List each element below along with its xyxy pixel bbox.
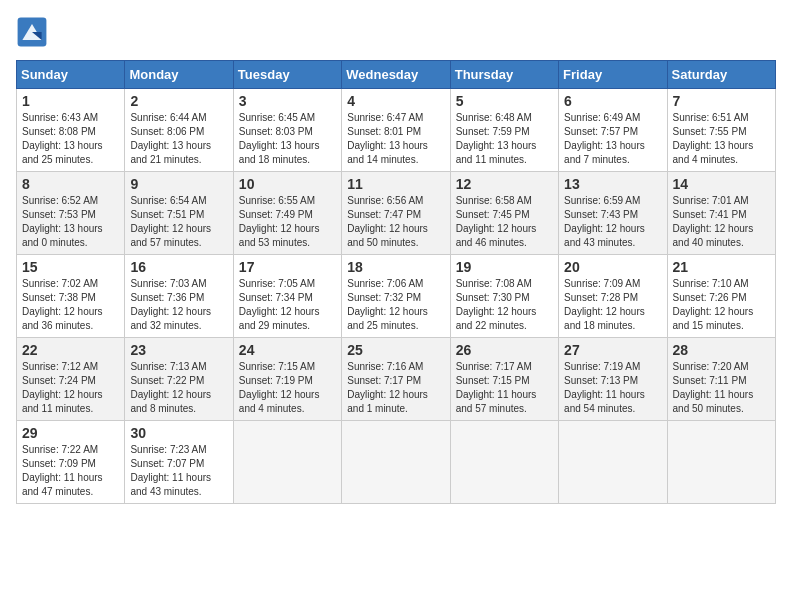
calendar-cell: 29Sunrise: 7:22 AM Sunset: 7:09 PM Dayli…: [17, 421, 125, 504]
day-number: 4: [347, 93, 444, 109]
calendar-cell: 7Sunrise: 6:51 AM Sunset: 7:55 PM Daylig…: [667, 89, 775, 172]
day-info: Sunrise: 7:19 AM Sunset: 7:13 PM Dayligh…: [564, 360, 661, 416]
weekday-header-friday: Friday: [559, 61, 667, 89]
calendar-cell: 6Sunrise: 6:49 AM Sunset: 7:57 PM Daylig…: [559, 89, 667, 172]
weekday-header-wednesday: Wednesday: [342, 61, 450, 89]
day-info: Sunrise: 6:51 AM Sunset: 7:55 PM Dayligh…: [673, 111, 770, 167]
day-number: 25: [347, 342, 444, 358]
calendar-cell: 16Sunrise: 7:03 AM Sunset: 7:36 PM Dayli…: [125, 255, 233, 338]
day-number: 7: [673, 93, 770, 109]
calendar-cell: 1Sunrise: 6:43 AM Sunset: 8:08 PM Daylig…: [17, 89, 125, 172]
calendar-cell: 18Sunrise: 7:06 AM Sunset: 7:32 PM Dayli…: [342, 255, 450, 338]
day-number: 29: [22, 425, 119, 441]
calendar-table: SundayMondayTuesdayWednesdayThursdayFrid…: [16, 60, 776, 504]
day-number: 8: [22, 176, 119, 192]
calendar-cell: 9Sunrise: 6:54 AM Sunset: 7:51 PM Daylig…: [125, 172, 233, 255]
day-info: Sunrise: 7:02 AM Sunset: 7:38 PM Dayligh…: [22, 277, 119, 333]
logo-icon: [16, 16, 48, 48]
day-info: Sunrise: 6:58 AM Sunset: 7:45 PM Dayligh…: [456, 194, 553, 250]
calendar-cell: [667, 421, 775, 504]
day-number: 9: [130, 176, 227, 192]
day-number: 19: [456, 259, 553, 275]
day-number: 3: [239, 93, 336, 109]
day-info: Sunrise: 7:09 AM Sunset: 7:28 PM Dayligh…: [564, 277, 661, 333]
day-number: 23: [130, 342, 227, 358]
day-info: Sunrise: 6:54 AM Sunset: 7:51 PM Dayligh…: [130, 194, 227, 250]
weekday-header-sunday: Sunday: [17, 61, 125, 89]
day-info: Sunrise: 7:16 AM Sunset: 7:17 PM Dayligh…: [347, 360, 444, 416]
page-header: [16, 16, 776, 48]
day-number: 5: [456, 93, 553, 109]
day-info: Sunrise: 7:08 AM Sunset: 7:30 PM Dayligh…: [456, 277, 553, 333]
calendar-cell: [450, 421, 558, 504]
calendar-week-row: 22Sunrise: 7:12 AM Sunset: 7:24 PM Dayli…: [17, 338, 776, 421]
day-number: 6: [564, 93, 661, 109]
day-info: Sunrise: 6:49 AM Sunset: 7:57 PM Dayligh…: [564, 111, 661, 167]
day-number: 16: [130, 259, 227, 275]
day-number: 2: [130, 93, 227, 109]
calendar-cell: 13Sunrise: 6:59 AM Sunset: 7:43 PM Dayli…: [559, 172, 667, 255]
day-number: 26: [456, 342, 553, 358]
calendar-cell: 5Sunrise: 6:48 AM Sunset: 7:59 PM Daylig…: [450, 89, 558, 172]
day-info: Sunrise: 6:55 AM Sunset: 7:49 PM Dayligh…: [239, 194, 336, 250]
day-number: 11: [347, 176, 444, 192]
day-info: Sunrise: 7:20 AM Sunset: 7:11 PM Dayligh…: [673, 360, 770, 416]
day-info: Sunrise: 7:17 AM Sunset: 7:15 PM Dayligh…: [456, 360, 553, 416]
day-number: 12: [456, 176, 553, 192]
weekday-header-thursday: Thursday: [450, 61, 558, 89]
calendar-cell: 10Sunrise: 6:55 AM Sunset: 7:49 PM Dayli…: [233, 172, 341, 255]
day-info: Sunrise: 6:47 AM Sunset: 8:01 PM Dayligh…: [347, 111, 444, 167]
calendar-cell: [559, 421, 667, 504]
day-number: 21: [673, 259, 770, 275]
day-number: 20: [564, 259, 661, 275]
calendar-cell: [342, 421, 450, 504]
day-number: 14: [673, 176, 770, 192]
calendar-cell: 11Sunrise: 6:56 AM Sunset: 7:47 PM Dayli…: [342, 172, 450, 255]
day-number: 1: [22, 93, 119, 109]
day-info: Sunrise: 6:43 AM Sunset: 8:08 PM Dayligh…: [22, 111, 119, 167]
day-number: 15: [22, 259, 119, 275]
day-info: Sunrise: 7:10 AM Sunset: 7:26 PM Dayligh…: [673, 277, 770, 333]
calendar-cell: 24Sunrise: 7:15 AM Sunset: 7:19 PM Dayli…: [233, 338, 341, 421]
calendar-cell: 22Sunrise: 7:12 AM Sunset: 7:24 PM Dayli…: [17, 338, 125, 421]
calendar-cell: 15Sunrise: 7:02 AM Sunset: 7:38 PM Dayli…: [17, 255, 125, 338]
day-info: Sunrise: 6:52 AM Sunset: 7:53 PM Dayligh…: [22, 194, 119, 250]
day-info: Sunrise: 6:44 AM Sunset: 8:06 PM Dayligh…: [130, 111, 227, 167]
day-info: Sunrise: 7:22 AM Sunset: 7:09 PM Dayligh…: [22, 443, 119, 499]
calendar-cell: 12Sunrise: 6:58 AM Sunset: 7:45 PM Dayli…: [450, 172, 558, 255]
calendar-week-row: 15Sunrise: 7:02 AM Sunset: 7:38 PM Dayli…: [17, 255, 776, 338]
weekday-header-saturday: Saturday: [667, 61, 775, 89]
day-number: 27: [564, 342, 661, 358]
day-info: Sunrise: 7:12 AM Sunset: 7:24 PM Dayligh…: [22, 360, 119, 416]
calendar-cell: 17Sunrise: 7:05 AM Sunset: 7:34 PM Dayli…: [233, 255, 341, 338]
day-number: 30: [130, 425, 227, 441]
day-info: Sunrise: 7:03 AM Sunset: 7:36 PM Dayligh…: [130, 277, 227, 333]
calendar-cell: 8Sunrise: 6:52 AM Sunset: 7:53 PM Daylig…: [17, 172, 125, 255]
day-number: 24: [239, 342, 336, 358]
calendar-cell: 25Sunrise: 7:16 AM Sunset: 7:17 PM Dayli…: [342, 338, 450, 421]
weekday-header-row: SundayMondayTuesdayWednesdayThursdayFrid…: [17, 61, 776, 89]
day-info: Sunrise: 6:48 AM Sunset: 7:59 PM Dayligh…: [456, 111, 553, 167]
weekday-header-monday: Monday: [125, 61, 233, 89]
day-info: Sunrise: 6:45 AM Sunset: 8:03 PM Dayligh…: [239, 111, 336, 167]
day-info: Sunrise: 7:23 AM Sunset: 7:07 PM Dayligh…: [130, 443, 227, 499]
calendar-cell: 21Sunrise: 7:10 AM Sunset: 7:26 PM Dayli…: [667, 255, 775, 338]
calendar-cell: 23Sunrise: 7:13 AM Sunset: 7:22 PM Dayli…: [125, 338, 233, 421]
calendar-cell: 28Sunrise: 7:20 AM Sunset: 7:11 PM Dayli…: [667, 338, 775, 421]
day-number: 13: [564, 176, 661, 192]
day-info: Sunrise: 7:05 AM Sunset: 7:34 PM Dayligh…: [239, 277, 336, 333]
calendar-cell: 14Sunrise: 7:01 AM Sunset: 7:41 PM Dayli…: [667, 172, 775, 255]
calendar-week-row: 1Sunrise: 6:43 AM Sunset: 8:08 PM Daylig…: [17, 89, 776, 172]
weekday-header-tuesday: Tuesday: [233, 61, 341, 89]
calendar-cell: 20Sunrise: 7:09 AM Sunset: 7:28 PM Dayli…: [559, 255, 667, 338]
day-number: 22: [22, 342, 119, 358]
day-info: Sunrise: 7:06 AM Sunset: 7:32 PM Dayligh…: [347, 277, 444, 333]
day-info: Sunrise: 7:15 AM Sunset: 7:19 PM Dayligh…: [239, 360, 336, 416]
calendar-cell: 27Sunrise: 7:19 AM Sunset: 7:13 PM Dayli…: [559, 338, 667, 421]
day-info: Sunrise: 6:59 AM Sunset: 7:43 PM Dayligh…: [564, 194, 661, 250]
calendar-cell: 2Sunrise: 6:44 AM Sunset: 8:06 PM Daylig…: [125, 89, 233, 172]
calendar-week-row: 29Sunrise: 7:22 AM Sunset: 7:09 PM Dayli…: [17, 421, 776, 504]
calendar-cell: 4Sunrise: 6:47 AM Sunset: 8:01 PM Daylig…: [342, 89, 450, 172]
day-info: Sunrise: 7:13 AM Sunset: 7:22 PM Dayligh…: [130, 360, 227, 416]
calendar-cell: [233, 421, 341, 504]
